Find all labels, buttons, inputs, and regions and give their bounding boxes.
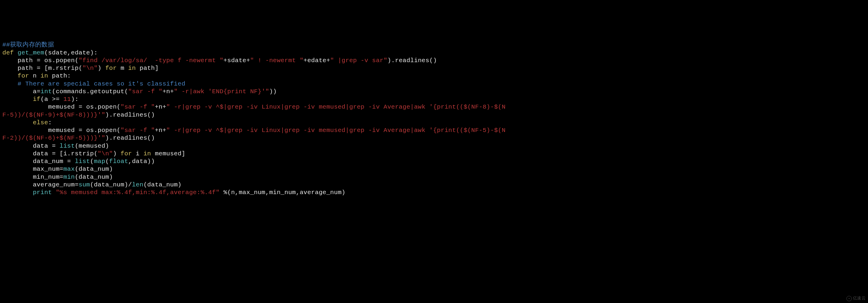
string-literal: " -r|grep -v ^$|grep -iv Linux|grep -iv …: [166, 104, 505, 110]
code-text: [2, 81, 18, 87]
code-text: ).readlines(): [387, 57, 437, 64]
keyword-if: if: [33, 96, 40, 103]
code-text: a: [2, 88, 37, 95]
builtin-min: min: [63, 174, 75, 181]
code-text: =: [37, 88, 40, 95]
code-text: =: [60, 166, 64, 172]
code-text: ).readlines(): [105, 112, 155, 118]
keyword-for: for: [18, 73, 29, 79]
code-text: os.popen(: [44, 57, 79, 64]
code-text: )): [269, 88, 277, 95]
string-literal: "find /var/log/sa/ -type f -newermt ": [79, 57, 223, 64]
builtin-int: int: [40, 88, 52, 95]
code-text: %(n,max_num,min_num,average_num): [219, 189, 345, 196]
code-text: min_num: [2, 174, 60, 181]
code-text: >=: [52, 96, 64, 103]
code-text: max_num: [2, 166, 60, 172]
function-name: get_mem: [18, 49, 44, 56]
params: (sdate,edate):: [44, 49, 98, 56]
code-text: =: [52, 143, 60, 149]
watermark: ☁ 亿速云: [846, 296, 866, 301]
string-literal: " ! -newermt ": [250, 57, 304, 64]
code-text: +n+: [155, 104, 166, 110]
code-text: (: [105, 158, 109, 165]
keyword-else: else: [33, 119, 48, 126]
keyword-print: print: [33, 189, 56, 196]
code-text: +n+: [155, 127, 166, 134]
code-text: +n+: [162, 88, 174, 95]
string-literal: "sar -f ": [121, 127, 155, 134]
code-text: path]: [136, 65, 159, 72]
code-text: i: [132, 150, 144, 157]
string-literal: F-2))/($(NF-6)+$(NF-5)))}'": [2, 135, 105, 141]
code-text: +sdate+: [223, 57, 250, 64]
code-text: [i.rstrip(: [60, 150, 98, 157]
cloud-icon: ☁: [846, 296, 852, 301]
string-literal: "%s memused max:%.4f,min:%.4f,average:%.…: [56, 189, 220, 196]
builtin-max: max: [63, 166, 75, 172]
code-text: :: [48, 119, 52, 126]
code-text: [2, 73, 18, 79]
code-text: =: [75, 182, 79, 188]
builtin-list: list: [75, 158, 90, 165]
string-literal: " -r|awk 'END{print NF}'": [174, 88, 270, 95]
code-text: (data_num): [143, 182, 181, 188]
comment-line: # There are special cases so it's classi…: [18, 81, 186, 87]
code-text: m: [117, 65, 128, 72]
code-text: data: [2, 150, 52, 157]
code-text: average_num: [2, 182, 75, 188]
keyword-for: for: [121, 150, 132, 157]
code-text: (a: [40, 96, 52, 103]
code-text: path: [2, 65, 37, 72]
code-text: (data_num)/: [90, 182, 132, 188]
watermark-text: 亿速云: [853, 296, 866, 301]
code-text: os.popen(: [86, 127, 121, 134]
code-text: n: [29, 73, 40, 79]
code-text: [m.rstrip(: [44, 65, 83, 72]
number-literal: 11: [63, 96, 71, 103]
string-literal: "sar -f ": [121, 104, 155, 110]
code-text: data_num: [2, 158, 67, 165]
string-literal: "\n": [98, 150, 113, 157]
code-text: [2, 119, 33, 126]
builtin-list: list: [60, 143, 75, 149]
builtin-len: len: [132, 182, 144, 188]
code-text: =: [37, 57, 44, 64]
code-text: (memused): [75, 143, 109, 149]
code-text: memused: [2, 127, 79, 134]
keyword-in: in: [128, 65, 136, 72]
code-text: =: [79, 104, 86, 110]
string-literal: " |grep -v sar": [330, 57, 388, 64]
keyword-for: for: [105, 65, 117, 72]
builtin-map: map: [94, 158, 105, 165]
code-text: [2, 96, 33, 103]
code-text: os.popen(: [86, 104, 121, 110]
string-literal: F-5))/($(NF-9)+$(NF-8)))}'": [2, 112, 105, 118]
code-text: ).readlines(): [105, 135, 155, 141]
code-text: ): [113, 150, 121, 157]
keyword-in: in: [143, 150, 151, 157]
string-literal: " -r|grep -v ^$|grep -iv Linux|grep -iv …: [166, 127, 505, 134]
code-text: =: [60, 174, 64, 181]
code-text: ,data)): [128, 158, 155, 165]
code-text: data: [2, 143, 52, 149]
code-text: =: [37, 65, 44, 72]
comment-line: ##获取内存的数据: [2, 42, 54, 48]
code-text: (data_num): [75, 174, 113, 181]
code-text: =: [79, 127, 86, 134]
string-literal: "\n": [83, 65, 98, 72]
code-text: (: [90, 158, 94, 165]
builtin-sum: sum: [79, 182, 90, 188]
code-text: path:: [48, 73, 71, 79]
keyword-def: def: [2, 49, 18, 56]
code-text: ): [98, 65, 105, 72]
code-text: =: [52, 150, 60, 157]
code-text: [2, 189, 33, 196]
builtin-float: float: [109, 158, 128, 165]
code-text: (commands.getoutput(: [52, 88, 128, 95]
code-editor: ##获取内存的数据 def get_mem(sdate,edate): path…: [2, 33, 868, 196]
code-text: path: [2, 57, 37, 64]
code-text: memused]: [151, 150, 185, 157]
code-text: ):: [71, 96, 79, 103]
code-text: memused: [2, 104, 79, 110]
